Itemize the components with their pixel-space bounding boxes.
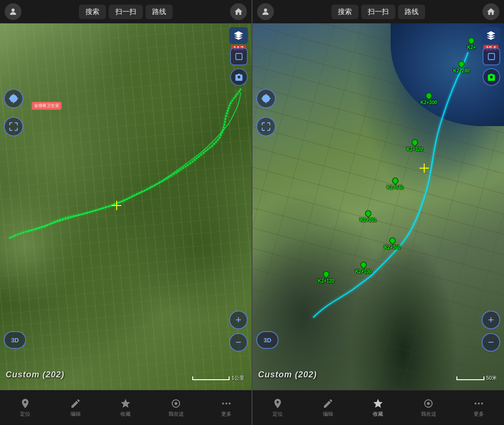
left-route-path: [0, 23, 252, 390]
right-bottom-edit[interactable]: 编辑: [312, 398, 344, 418]
left-poi-marker[interactable]: 金塘桥卫生室: [32, 102, 62, 110]
pin-k2-340[interactable]: K2+340: [387, 177, 403, 190]
pin-k2-100[interactable]: K2+100: [355, 262, 371, 274]
pin-k2-360b[interactable]: K2+360: [384, 237, 400, 250]
right-panel: 搜索 扫一扫 路线 19.4: [252, 0, 504, 425]
left-bottom-more[interactable]: 更多: [210, 398, 243, 418]
right-screenshot-btn[interactable]: [483, 48, 500, 65]
left-header: 搜索 扫一扫 路线: [0, 0, 252, 23]
svg-point-7: [264, 8, 267, 12]
right-map-bg: 19.4: [252, 23, 504, 390]
pin-k2-120[interactable]: K2+120: [318, 271, 334, 283]
right-route-btn[interactable]: 路线: [398, 5, 425, 19]
right-nav-buttons: 搜索 扫一扫 路线: [331, 5, 425, 19]
left-panel: 搜索 扫一扫 路线 14.3: [0, 0, 252, 425]
left-map[interactable]: 14.3: [0, 23, 252, 390]
right-scale-bar: 50米: [456, 375, 497, 382]
right-search-btn[interactable]: 搜索: [331, 5, 358, 19]
pin-k2-280[interactable]: K2+280: [453, 61, 469, 73]
right-user-icon[interactable]: [257, 3, 274, 20]
svg-point-5: [225, 403, 227, 404]
left-scale-line: 1公里: [192, 375, 245, 382]
left-scale-label: 1公里: [231, 375, 245, 382]
left-camera-btn[interactable]: [230, 68, 248, 86]
right-bottom-locate[interactable]: 定位: [261, 398, 294, 418]
left-layers-icon: [229, 27, 248, 44]
left-bottom-collect[interactable]: 收藏: [109, 398, 142, 418]
right-scale-rule: [456, 376, 484, 380]
left-watermark: Custom (202): [6, 370, 64, 380]
svg-point-10: [427, 402, 430, 405]
left-nav-buttons: 搜索 扫一扫 路线: [79, 5, 173, 19]
svg-point-12: [478, 403, 480, 404]
svg-point-0: [12, 8, 15, 12]
right-gps-btn[interactable]: [256, 89, 276, 108]
right-scale-line: 50米: [456, 375, 497, 382]
right-layers-icon: [482, 27, 500, 44]
right-bottom-bar: 定位 编辑 收藏 我在这 更多: [252, 390, 504, 425]
left-scan-map-btn[interactable]: [4, 117, 23, 136]
right-scan-map-btn[interactable]: [256, 117, 276, 136]
pin-k2-300[interactable]: K2+300: [420, 92, 437, 105]
svg-point-3: [175, 402, 177, 405]
right-bottom-collect[interactable]: 收藏: [362, 398, 394, 418]
right-zoom-out-btn[interactable]: −: [482, 333, 500, 352]
right-bottom-more[interactable]: 更多: [462, 398, 495, 418]
left-bottom-locate[interactable]: 定位: [9, 398, 42, 418]
left-screenshot-btn[interactable]: [230, 48, 248, 65]
left-zoom-out-btn[interactable]: −: [229, 333, 248, 352]
left-bottom-edit[interactable]: 编辑: [59, 398, 92, 418]
left-map-bg: 14.3: [0, 23, 252, 390]
svg-point-6: [229, 403, 231, 404]
left-3d-btn[interactable]: 3D: [4, 331, 26, 349]
left-zoom-in-btn[interactable]: +: [229, 311, 248, 329]
pin-k2-top[interactable]: K2+: [467, 37, 476, 50]
svg-point-11: [475, 403, 476, 404]
left-route-btn[interactable]: 路线: [146, 5, 173, 19]
right-bottom-here[interactable]: 我在这: [412, 398, 445, 418]
left-bottom-here[interactable]: 我在这: [160, 398, 192, 418]
right-zoom-in-btn[interactable]: +: [482, 311, 500, 329]
svg-rect-8: [488, 53, 494, 59]
right-home-icon[interactable]: [483, 3, 499, 20]
right-header: 搜索 扫一扫 路线: [252, 0, 504, 23]
left-gps-btn[interactable]: [4, 89, 23, 108]
left-home-icon[interactable]: [230, 3, 247, 20]
right-watermark: Custom (202): [258, 370, 317, 380]
right-3d-btn[interactable]: 3D: [256, 331, 279, 349]
right-crosshair: [420, 163, 429, 173]
left-search-btn[interactable]: 搜索: [79, 5, 106, 19]
svg-point-13: [481, 403, 483, 404]
pin-k2-320[interactable]: K2+320: [406, 139, 423, 152]
svg-point-4: [222, 403, 224, 404]
right-map[interactable]: 19.4: [252, 23, 504, 390]
left-user-icon[interactable]: [5, 3, 21, 20]
right-scan-btn[interactable]: 扫一扫: [361, 5, 395, 19]
left-scale-bar: 1公里: [192, 375, 245, 382]
right-camera-btn[interactable]: [483, 68, 500, 86]
left-scan-btn[interactable]: 扫一扫: [109, 5, 143, 19]
pin-k2-360a[interactable]: K2+360: [360, 210, 376, 223]
left-bottom-bar: 定位 编辑 收藏 我在这 更多: [0, 390, 252, 425]
svg-rect-1: [236, 53, 242, 59]
right-scale-label: 50米: [486, 375, 497, 382]
left-crosshair: [112, 201, 121, 210]
left-scale-rule: [192, 376, 230, 380]
